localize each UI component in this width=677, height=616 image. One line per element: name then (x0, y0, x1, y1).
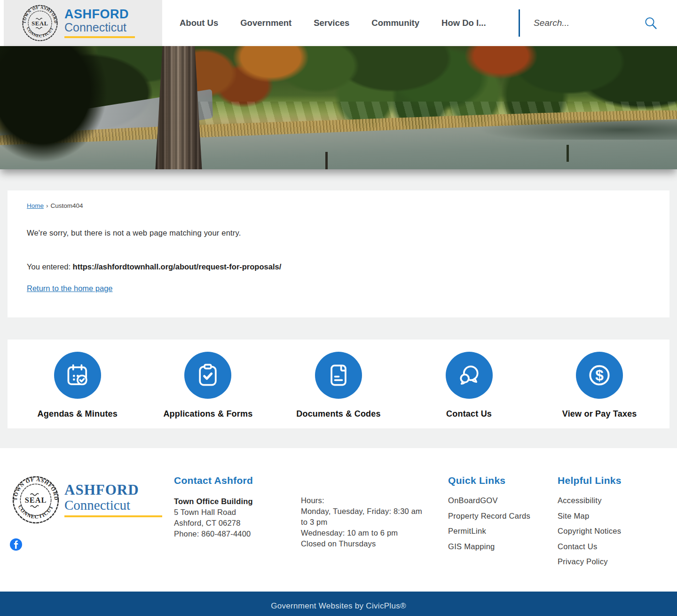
helpful-link-site-map[interactable]: Site Map (558, 512, 677, 521)
search-button[interactable] (644, 16, 658, 31)
footer-quick-links-column: Quick Links OnBoardGOV Property Record C… (448, 475, 558, 573)
wordmark-underline (64, 36, 135, 38)
town-seal-icon: TOWN OF ASHFORD CONNECTICUT SEAL (12, 475, 60, 525)
quick-buttons-card: Agendas & Minutes Applications & Forms (8, 340, 669, 428)
nav-community[interactable]: Community (371, 18, 419, 28)
nav-about-us[interactable]: About Us (180, 18, 218, 28)
footer-logo-column: TOWN OF ASHFORD CONNECTICUT SEAL ASHFORD… (12, 475, 174, 573)
quick-button-label: Agendas & Minutes (38, 409, 118, 419)
hero-left-tree (0, 46, 113, 168)
footer-hours-column: Hours: Monday, Tuesday, Friday: 8:30 am … (301, 475, 424, 573)
hours-line1: Monday, Tuesday, Friday: 8:30 am to 3 pm (301, 506, 424, 528)
helpful-link-copyright-notices[interactable]: Copyright Notices (558, 527, 677, 536)
footer-wordmark-underline (64, 515, 162, 517)
town-seal-icon: TOWN OF ASHFORD CONNECTICUT SEAL (22, 4, 58, 42)
site-subtitle: Connecticut (64, 22, 135, 33)
footer-site-title: ASHFORD (64, 482, 162, 497)
breadcrumb-current: Custom404 (51, 202, 83, 209)
quick-button-label: Documents & Codes (296, 409, 380, 419)
svg-text:CONNECTICUT: CONNECTICUT (17, 504, 54, 520)
hero-fence-post (567, 145, 569, 162)
nav-services[interactable]: Services (314, 18, 349, 28)
quick-button-label: Applications & Forms (163, 409, 252, 419)
hero-image (0, 46, 677, 169)
footer-contact-column: Contact Ashford Town Office Building 5 T… (174, 475, 301, 573)
facebook-icon[interactable] (9, 538, 23, 551)
entered-url: https://ashfordtownhall.org/about/reques… (73, 262, 282, 271)
quick-button-label: View or Pay Taxes (562, 409, 637, 419)
site-footer: TOWN OF ASHFORD CONNECTICUT SEAL ASHFORD… (0, 448, 677, 592)
quick-button-applications-forms[interactable]: Applications & Forms (143, 352, 274, 419)
helpful-link-privacy-policy[interactable]: Privacy Policy (558, 557, 677, 566)
clipboard-check-icon (184, 352, 231, 399)
error-404-card: Home›Custom404 We're sorry, but there is… (8, 190, 669, 317)
chat-bubbles-icon (446, 352, 493, 399)
main-nav: About Us Government Services Community H… (180, 0, 486, 46)
contact-phone: Phone: 860-487-4400 (174, 529, 301, 539)
quick-links-heading: Quick Links (448, 475, 558, 486)
hero-fence-post (325, 152, 328, 169)
hero-tree-trunk (155, 46, 202, 169)
hours-line2: Wednesday: 10 am to 6 pm (301, 528, 424, 538)
page: TOWN OF ASHFORD CONNECTICUT SEAL ASHFORD… (0, 0, 677, 616)
site-header: TOWN OF ASHFORD CONNECTICUT SEAL ASHFORD… (0, 0, 677, 46)
nav-government[interactable]: Government (240, 18, 291, 28)
footer-site-subtitle: Connecticut (64, 498, 162, 512)
quick-link-property-record-cards[interactable]: Property Record Cards (448, 512, 558, 521)
contact-address1: 5 Town Hall Road (174, 507, 301, 518)
main-content: Home›Custom404 We're sorry, but there is… (0, 169, 677, 448)
footer-wordmark: ASHFORD Connecticut (64, 482, 162, 517)
svg-text:SEAL: SEAL (25, 496, 47, 505)
quick-link-gis-mapping[interactable]: GIS Mapping (448, 542, 558, 551)
breadcrumb: Home›Custom404 (27, 202, 650, 209)
breadcrumb-separator: › (46, 202, 48, 209)
quick-link-onboardgov[interactable]: OnBoardGOV (448, 496, 558, 505)
nav-how-do-i[interactable]: How Do I... (441, 18, 486, 28)
dollar-circle-icon: $ (576, 352, 623, 399)
error-message: We're sorry, but there is not a web page… (27, 229, 650, 237)
document-icon (315, 352, 362, 399)
calendar-check-icon (54, 352, 101, 399)
hours-line3: Closed on Thursdays (301, 538, 424, 549)
hero-water-shadow (406, 120, 677, 140)
contact-address2: Ashford, CT 06278 (174, 518, 301, 529)
quick-link-permitlink[interactable]: PermitLink (448, 527, 558, 536)
search-divider (519, 9, 520, 37)
helpful-links-heading: Helpful Links (558, 475, 677, 486)
quick-button-contact-us[interactable]: Contact Us (404, 352, 535, 419)
entered-label: You entered: (27, 262, 73, 271)
return-home-link[interactable]: Return to the home page (27, 284, 113, 293)
site-title: ASHFORD (64, 8, 135, 21)
svg-text:$: $ (595, 367, 604, 384)
breadcrumb-home-link[interactable]: Home (27, 202, 44, 209)
quick-button-agendas-minutes[interactable]: Agendas & Minutes (12, 352, 143, 419)
entered-url-line: You entered: https://ashfordtownhall.org… (27, 262, 650, 271)
site-wordmark: ASHFORD Connecticut (64, 8, 135, 38)
contact-heading: Contact Ashford (174, 475, 301, 486)
helpful-link-contact-us[interactable]: Contact Us (558, 542, 677, 551)
search-input[interactable] (533, 17, 635, 29)
svg-text:CONNECTICUT: CONNECTICUT (25, 26, 54, 39)
quick-button-view-pay-taxes[interactable]: $ View or Pay Taxes (534, 352, 665, 419)
contact-building: Town Office Building (174, 496, 301, 507)
site-logo[interactable]: TOWN OF ASHFORD CONNECTICUT SEAL ASHFORD… (4, 0, 162, 46)
hours-label: Hours: (301, 495, 424, 506)
quick-button-documents-codes[interactable]: Documents & Codes (273, 352, 404, 419)
svg-text:SEAL: SEAL (31, 20, 48, 27)
helpful-link-accessibility[interactable]: Accessibility (558, 496, 677, 505)
search-icon (644, 16, 658, 31)
civicplus-credit-link[interactable]: Government Websites by CivicPlus® (271, 601, 406, 611)
footer-helpful-links-column: Helpful Links Accessibility Site Map Cop… (558, 475, 677, 573)
bottom-bar: Government Websites by CivicPlus® (0, 592, 677, 616)
quick-button-label: Contact Us (446, 409, 492, 419)
search-bar (519, 0, 677, 46)
